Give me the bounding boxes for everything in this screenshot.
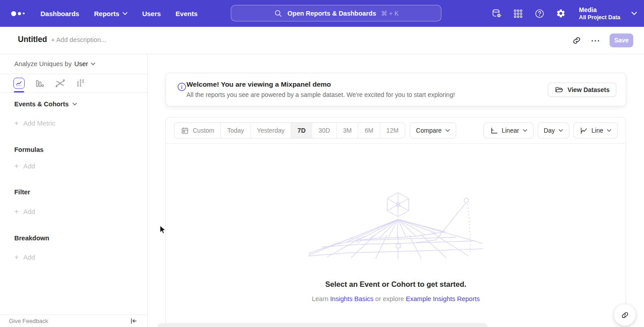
chart-controls: Custom Today Yesterday 7D 30D 3M 6M 12M … [166, 117, 626, 144]
granularity-label: Day [544, 127, 555, 134]
formulas-label: Formulas [14, 146, 43, 153]
nav-label: Users [142, 10, 161, 17]
analyze-entity-dropdown[interactable]: User [74, 60, 95, 67]
scale-label: Linear [502, 127, 519, 134]
nav-menu: Dashboards Reports Users Events [41, 10, 198, 17]
date-range-selector: Custom Today Yesterday 7D 30D 3M 6M 12M [174, 122, 405, 138]
logo-dot [18, 12, 21, 15]
sidebar-footer: Give Feedback [0, 314, 147, 327]
chevron-down-icon [72, 103, 77, 106]
range-label: Custom [193, 127, 214, 134]
more-options-button[interactable]: ⋯ [591, 36, 600, 45]
nav-events[interactable]: Events [176, 10, 198, 17]
metrics-dots-icon [76, 78, 86, 88]
nav-label: Reports [94, 10, 119, 17]
learn-text: Learn [312, 295, 328, 302]
share-link-button[interactable] [614, 304, 636, 326]
bottom-panel-edge [157, 323, 487, 327]
insights-basics-link[interactable]: Insights Basics [330, 295, 373, 302]
search-placeholder: Open Reports & Dashboards [288, 10, 376, 17]
view-datasets-button[interactable]: View Datasets [548, 83, 616, 97]
range-today[interactable]: Today [221, 123, 250, 138]
tab-metrics[interactable] [75, 78, 86, 89]
tab-line-chart[interactable] [13, 78, 25, 89]
tab-bar-chart[interactable] [34, 78, 45, 89]
axis-scale-icon [490, 126, 498, 135]
range-label: 7D [297, 127, 305, 134]
formulas-section: Formulas [14, 146, 43, 153]
give-feedback-link[interactable]: Give Feedback [9, 318, 48, 324]
search-icon [274, 9, 283, 18]
chevron-down-icon [607, 129, 611, 132]
add-formula-button[interactable]: + Add [14, 162, 35, 170]
folder-icon [555, 85, 564, 94]
tab-flows[interactable] [55, 78, 66, 89]
empty-state-title: Select an Event or Cohort to get started… [325, 280, 466, 289]
project-name: Media [579, 6, 620, 14]
report-title[interactable]: Untitled [18, 35, 47, 44]
add-metric-button[interactable]: + Add Metric [14, 119, 55, 127]
breakdown-section: Breakdown [14, 235, 49, 242]
nav-dashboards[interactable]: Dashboards [41, 10, 80, 17]
range-12m[interactable]: 12M [380, 123, 405, 138]
save-button[interactable]: Save [610, 34, 633, 47]
plus-icon: + [14, 162, 19, 170]
welcome-banner: Welcome! You are viewing a Mixpanel demo… [165, 73, 626, 106]
add-breakdown-button[interactable]: + Add [14, 253, 35, 261]
analyze-label: Analyze Uniques by [14, 60, 72, 67]
search-shortcut: ⌘ + K [381, 10, 398, 17]
range-30d[interactable]: 30D [312, 123, 337, 138]
range-3m[interactable]: 3M [337, 123, 358, 138]
filter-label: Filter [14, 189, 30, 196]
empty-state: Select an Event or Cohort to get started… [166, 144, 626, 302]
range-7d[interactable]: 7D [291, 123, 312, 138]
chart-display-controls: Linear Day Line [483, 122, 618, 138]
calendar-icon [181, 126, 189, 135]
nav-users[interactable]: Users [142, 10, 161, 17]
banner-subtitle: All the reports you see are powered by a… [186, 91, 455, 98]
mixpanel-logo[interactable] [11, 11, 25, 16]
bar-chart-icon [34, 78, 45, 88]
view-datasets-label: View Datasets [568, 86, 610, 93]
flows-icon [55, 78, 65, 88]
add-filter-button[interactable]: + Add [14, 208, 35, 215]
logo-dot [11, 11, 16, 16]
apps-grid-icon[interactable] [513, 8, 523, 19]
add-formula-label: Add [23, 162, 35, 170]
range-label: 12M [386, 127, 398, 134]
range-custom[interactable]: Custom [174, 123, 221, 138]
filter-section: Filter [14, 189, 30, 196]
copy-link-icon[interactable] [572, 36, 581, 45]
settings-gear-icon[interactable] [556, 8, 566, 18]
collapse-sidebar-button[interactable] [130, 317, 137, 325]
granularity-dropdown[interactable]: Day [538, 122, 569, 138]
chevron-down-icon [631, 12, 637, 15]
data-management-icon[interactable] [491, 8, 502, 19]
range-label: 6M [364, 127, 373, 134]
banner-title: Welcome! You are viewing a Mixpanel demo [186, 80, 331, 88]
chart-type-tabs [0, 74, 147, 93]
range-label: Today [227, 127, 244, 134]
chart-type-dropdown[interactable]: Line [573, 122, 618, 138]
project-selector[interactable]: Media All Project Data [579, 6, 620, 21]
range-6m[interactable]: 6M [358, 123, 380, 138]
scale-dropdown[interactable]: Linear [483, 122, 534, 138]
compare-button[interactable]: Compare [410, 122, 456, 138]
analyze-entity-value: User [74, 60, 88, 67]
line-chart-icon [580, 126, 588, 135]
example-insights-reports-link[interactable]: Example Insights Reports [406, 295, 480, 302]
compare-label: Compare [416, 127, 442, 134]
breakdown-label: Breakdown [14, 235, 49, 242]
line-chart-icon [16, 80, 22, 87]
help-icon[interactable] [534, 8, 545, 19]
insights-report-card: Custom Today Yesterday 7D 30D 3M 6M 12M … [165, 117, 626, 327]
nav-reports[interactable]: Reports [94, 10, 127, 17]
range-yesterday[interactable]: Yesterday [251, 123, 292, 138]
events-cohorts-section[interactable]: Events & Cohorts [14, 101, 77, 108]
report-actions: ⋯ Save [572, 27, 633, 54]
add-description-field[interactable]: + Add description... [51, 36, 106, 43]
nav-label: Dashboards [41, 10, 80, 17]
plus-icon: + [14, 119, 19, 127]
search-input[interactable]: Open Reports & Dashboards ⌘ + K [231, 5, 441, 21]
range-label: 30D [318, 127, 330, 134]
